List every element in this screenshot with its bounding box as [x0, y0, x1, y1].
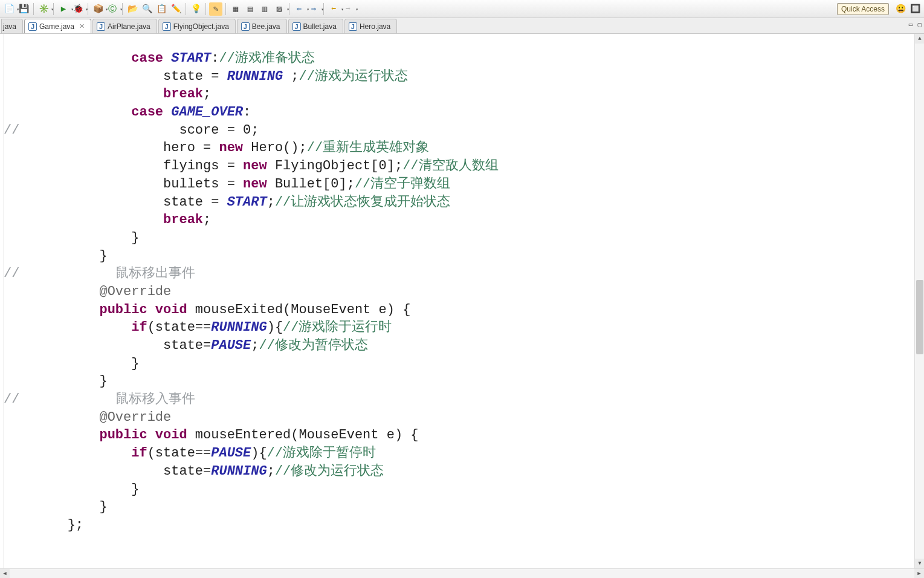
java-file-icon: J: [97, 22, 105, 31]
separator: [205, 3, 206, 15]
gutter-comment-marker: //: [4, 266, 19, 281]
wand-button[interactable]: ✏️: [169, 2, 183, 16]
code-line[interactable]: }: [4, 481, 914, 499]
nav-next-button[interactable]: ⇒: [307, 2, 320, 16]
quick-access-field[interactable]: Quick Access: [837, 3, 889, 15]
forward-button[interactable]: ➡: [341, 2, 355, 16]
code-line[interactable]: state = RUNNING ;//游戏为运行状态: [4, 68, 914, 86]
scroll-down-button[interactable]: ▼: [915, 559, 924, 568]
layout-btn-3[interactable]: ▥: [258, 2, 271, 16]
code-line[interactable]: }: [4, 229, 914, 247]
code-area[interactable]: case START://游戏准备状态 state = RUNNING ;//游…: [4, 47, 914, 555]
code-line[interactable]: state=PAUSE;//修改为暂停状态: [4, 337, 914, 355]
layout-btn-1[interactable]: ▦: [229, 2, 242, 16]
minimize-view-button[interactable]: ▭: [909, 21, 913, 28]
code-line[interactable]: hero = new Hero();//重新生成英雄对象: [4, 139, 914, 157]
tab-flyingobject-java[interactable]: JFlyingObject.java: [158, 19, 236, 33]
code-line[interactable]: public void mouseExited(MouseEvent e) {: [4, 301, 914, 319]
code-line[interactable]: if(state==PAUSE){//游戏除于暂停时: [4, 444, 914, 463]
java-file-icon: J: [349, 22, 357, 31]
annotation-button[interactable]: 💡: [189, 2, 202, 16]
java-file-icon: J: [28, 22, 37, 31]
code-line[interactable]: @Override: [4, 409, 914, 427]
separator: [33, 3, 34, 15]
code-line[interactable]: // 鼠标移出事件: [4, 265, 914, 283]
tab-game-java[interactable]: JGame.java✕: [24, 19, 91, 33]
tab-airplane-java[interactable]: JAirPlane.java: [92, 19, 157, 33]
code-line[interactable]: public void mouseEntered(MouseEvent e) {: [4, 426, 914, 444]
code-line[interactable]: @Override: [4, 283, 914, 301]
code-line[interactable]: }: [4, 355, 914, 373]
scroll-thumb[interactable]: [916, 280, 923, 355]
new-package-button[interactable]: 📦: [91, 2, 105, 16]
maximize-view-button[interactable]: ▢: [917, 21, 922, 28]
perspective-open-button[interactable]: 🔲: [908, 2, 922, 16]
tab-bullet-java[interactable]: JBullet.java: [288, 19, 343, 33]
code-line[interactable]: state=RUNNING;//修改为运行状态: [4, 463, 914, 481]
nav-prev-button[interactable]: ⇐: [292, 2, 306, 16]
tab-hero-java[interactable]: JHero.java: [344, 19, 397, 33]
tab-bee-java[interactable]: JBee.java: [237, 19, 287, 33]
code-line[interactable]: flyings = new FlyingObject[0];//清空敌人数组: [4, 157, 914, 175]
new-button[interactable]: 📄: [2, 2, 16, 16]
code-line[interactable]: // score = 0;: [4, 122, 914, 140]
code-line[interactable]: }: [4, 498, 914, 516]
new-wizard-button[interactable]: ✳️: [37, 2, 50, 16]
tab-label: Game.java: [39, 22, 74, 31]
debug-button[interactable]: 🐞: [71, 2, 85, 16]
tab-label: Bee.java: [252, 22, 280, 31]
gutter-comment-marker: //: [4, 392, 19, 407]
code-line[interactable]: };: [4, 516, 914, 534]
code-line[interactable]: break;: [4, 211, 914, 229]
task-button[interactable]: 📋: [155, 2, 168, 16]
code-line[interactable]: break;: [4, 85, 914, 103]
scroll-left-button[interactable]: ◀: [0, 569, 10, 579]
java-file-icon: J: [163, 22, 171, 31]
separator: [225, 3, 226, 15]
separator: [186, 3, 186, 15]
java-file-icon: J: [292, 22, 301, 31]
tab-controls: ▭ ▢: [909, 21, 922, 28]
scroll-right-button[interactable]: ▶: [914, 569, 924, 579]
code-line[interactable]: // 鼠标移入事件: [4, 391, 914, 409]
main-toolbar: 📄 💾 ✳️ ▶ 🐞 📦 Ⓒ 📂 🔍 📋 ✏️ 💡 ✎ ▦ ▤ ▥ ▨ ⇐ ⇒ …: [0, 0, 924, 18]
save-button[interactable]: 💾: [17, 2, 30, 16]
tab-close-button[interactable]: ✕: [79, 22, 85, 30]
perspective-java-button[interactable]: 😀: [894, 2, 907, 16]
tab-label: Hero.java: [360, 22, 390, 31]
layout-btn-2[interactable]: ▤: [244, 2, 257, 16]
gutter-comment-marker: //: [4, 123, 19, 138]
code-editor[interactable]: case START://游戏准备状态 state = RUNNING ;//游…: [0, 34, 924, 568]
scroll-up-button[interactable]: ▲: [915, 34, 924, 44]
editor-tab-bar: java JGame.java✕JAirPlane.javaJFlyingObj…: [0, 18, 924, 34]
code-line[interactable]: state = START;//让游戏状态恢复成开始状态: [4, 193, 914, 212]
code-line[interactable]: case GAME_OVER:: [4, 103, 914, 122]
code-line[interactable]: }: [4, 372, 914, 391]
vertical-scrollbar[interactable]: ▲ ▼: [914, 34, 924, 568]
back-button[interactable]: ⬅: [327, 2, 340, 16]
code-line[interactable]: bullets = new Bullet[0];//清空子弹数组: [4, 175, 914, 193]
search-button[interactable]: 🔍: [140, 2, 153, 16]
code-line[interactable]: case START://游戏准备状态: [4, 50, 914, 68]
code-line[interactable]: }: [4, 247, 914, 265]
tab-label: AirPlane.java: [108, 22, 150, 31]
run-button[interactable]: ▶: [57, 2, 70, 16]
tab-partial-left[interactable]: java: [1, 19, 23, 33]
tab-label: Bullet.java: [303, 22, 337, 31]
toggle-mark-button[interactable]: ✎: [209, 2, 222, 16]
horizontal-scrollbar[interactable]: ◀ ▶: [0, 568, 924, 578]
tab-label: java: [3, 22, 16, 31]
open-type-button[interactable]: 📂: [126, 2, 139, 16]
java-file-icon: J: [241, 22, 250, 31]
code-line[interactable]: if(state==RUNNING){//游戏除于运行时: [4, 319, 914, 337]
tab-label: FlyingObject.java: [173, 22, 229, 31]
new-class-button[interactable]: Ⓒ: [106, 2, 119, 16]
layout-btn-4[interactable]: ▨: [273, 2, 286, 16]
